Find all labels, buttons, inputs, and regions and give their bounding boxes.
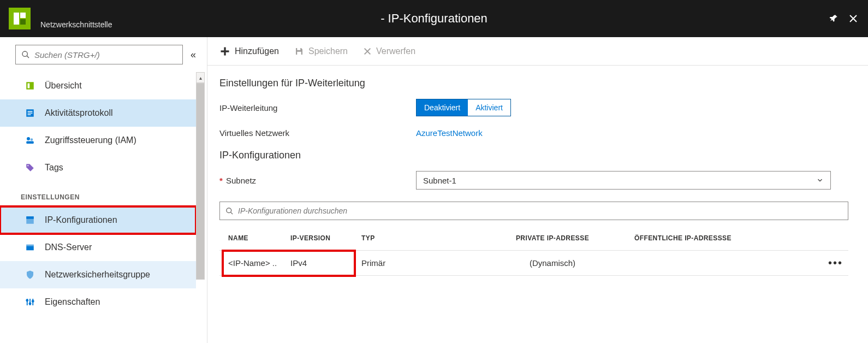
- activity-log-icon: [24, 108, 36, 118]
- svg-rect-28: [221, 50, 229, 52]
- save-button: Speichern: [294, 46, 348, 56]
- svg-point-33: [227, 208, 231, 212]
- top-bar: Netzwerkschnittstelle - IP-Konfiguration…: [0, 0, 868, 37]
- svg-rect-1: [20, 13, 26, 18]
- svg-rect-18: [26, 216, 34, 219]
- toggle-on-option[interactable]: Aktiviert: [468, 99, 510, 116]
- svg-rect-12: [28, 114, 31, 115]
- scroll-thumb[interactable]: [196, 83, 205, 280]
- sidebar-item-label: Netzwerksicherheitsgruppe: [45, 270, 150, 280]
- dns-icon: [24, 243, 36, 252]
- sidebar-item-overview[interactable]: Übersicht: [0, 72, 196, 99]
- sidebar-item-label: Aktivitätsprotokoll: [45, 108, 113, 118]
- col-ipv[interactable]: IP-VERSION: [290, 234, 361, 242]
- row-name: <IP-Name> ..: [219, 258, 290, 268]
- ip-fwd-label: IP-Weiterleitung: [219, 103, 416, 113]
- row-ipv: IPv4: [290, 258, 361, 268]
- ip-fwd-toggle[interactable]: Deaktiviert Aktiviert: [416, 99, 511, 116]
- subnet-label: * Subnetz: [219, 176, 416, 185]
- ipconf-table: NAME IP-VERSION TYP PRIVATE IP-ADRESSE Ö…: [219, 226, 848, 276]
- table-row[interactable]: <IP-Name> .. IPv4 Primär (Dynamisch) •••: [219, 251, 848, 276]
- sidebar-item-label: Übersicht: [45, 81, 82, 91]
- sidebar-item-nsg[interactable]: Netzwerksicherheitsgruppe: [0, 261, 196, 288]
- svg-rect-29: [297, 48, 300, 50]
- search-icon: [21, 50, 30, 59]
- page-title: - IP-Konfigurationen: [381, 11, 487, 26]
- subnet-value: Subnet-1: [423, 176, 456, 185]
- row-actions-icon[interactable]: •••: [816, 257, 848, 269]
- svg-point-5: [22, 51, 27, 56]
- vnet-label: Virtuelles Netzwerk: [219, 128, 416, 138]
- svg-rect-20: [26, 245, 34, 246]
- row-typ: Primär: [361, 258, 471, 268]
- svg-rect-7: [26, 82, 34, 90]
- discard-button-label: Verwerfen: [376, 46, 415, 56]
- svg-rect-8: [28, 84, 30, 88]
- svg-rect-2: [20, 19, 26, 25]
- sidebar-item-label: IP-Konfigurationen: [45, 215, 117, 225]
- iam-icon: [24, 135, 36, 145]
- search-icon: [225, 207, 234, 215]
- save-icon: [294, 46, 304, 56]
- sidebar-item-properties[interactable]: Eigenschaften: [0, 288, 196, 316]
- svg-rect-15: [26, 141, 34, 144]
- close-icon[interactable]: [848, 14, 858, 23]
- collapse-sidebar-button[interactable]: «: [188, 47, 198, 63]
- ip-conf-heading: IP-Konfigurationen: [219, 150, 848, 161]
- subnet-select[interactable]: Subnet-1: [416, 171, 831, 190]
- add-button[interactable]: Hinzufügen: [219, 46, 279, 57]
- sidebar-scrollbar[interactable]: ▴: [196, 72, 205, 343]
- add-button-label: Hinzufügen: [235, 46, 279, 56]
- svg-rect-30: [297, 51, 301, 54]
- sidebar-item-label: Tags: [45, 163, 63, 173]
- save-button-label: Speichern: [308, 46, 348, 56]
- col-typ[interactable]: TYP: [361, 234, 471, 242]
- col-priv[interactable]: PRIVATE IP-ADRESSE: [471, 234, 634, 242]
- breadcrumb-subtitle: Netzwerkschnittstelle: [40, 20, 112, 29]
- sidebar: « Übersicht Aktivitätsprotokoll: [0, 37, 207, 343]
- svg-rect-10: [28, 111, 33, 112]
- svg-point-13: [27, 137, 30, 140]
- sidebar-item-ip-configurations[interactable]: IP-Konfigurationen: [0, 206, 196, 234]
- sidebar-search-input[interactable]: [30, 50, 177, 60]
- sidebar-item-dns[interactable]: DNS-Server: [0, 234, 196, 261]
- svg-point-26: [32, 300, 34, 302]
- sidebar-item-tags[interactable]: Tags: [0, 154, 196, 181]
- overview-icon: [24, 81, 36, 91]
- toggle-off-option[interactable]: Deaktiviert: [417, 99, 468, 116]
- pin-icon[interactable]: [829, 14, 839, 23]
- ipconf-filter[interactable]: [219, 202, 848, 220]
- plus-icon: [219, 46, 230, 57]
- svg-point-14: [31, 138, 33, 141]
- col-pub[interactable]: ÖFFENTLICHE IP-ADRESSSE: [634, 234, 816, 242]
- properties-icon: [24, 297, 36, 307]
- sidebar-search[interactable]: [15, 45, 183, 64]
- col-name[interactable]: NAME: [219, 234, 290, 242]
- sidebar-item-activity-log[interactable]: Aktivitätsprotokoll: [0, 99, 196, 127]
- tag-icon: [24, 163, 36, 173]
- app-logo-icon: [9, 8, 31, 29]
- row-priv: (Dynamisch): [471, 258, 634, 268]
- discard-button: Verwerfen: [363, 46, 415, 56]
- svg-point-24: [26, 300, 28, 301]
- scroll-up-icon[interactable]: ▴: [196, 72, 205, 83]
- svg-point-16: [27, 165, 28, 166]
- sidebar-item-access-control[interactable]: Zugriffssteuerung (IAM): [0, 127, 196, 154]
- ip-config-icon: [24, 215, 36, 225]
- svg-line-6: [27, 56, 29, 58]
- discard-icon: [363, 47, 372, 56]
- sidebar-item-label: DNS-Server: [45, 243, 92, 252]
- svg-point-25: [29, 303, 31, 305]
- ipconf-filter-input[interactable]: [234, 206, 842, 215]
- ip-fwd-heading: Einstellungen für IP-Weiterleitung: [219, 78, 848, 89]
- shield-icon: [24, 270, 36, 280]
- sidebar-item-label: Eigenschaften: [45, 297, 100, 307]
- svg-rect-11: [28, 113, 33, 114]
- svg-line-34: [230, 212, 233, 214]
- sidebar-section-settings: EINSTELLUNGEN: [0, 181, 196, 206]
- chevron-down-icon: [816, 176, 824, 184]
- table-header: NAME IP-VERSION TYP PRIVATE IP-ADRESSE Ö…: [219, 226, 848, 251]
- svg-rect-0: [14, 13, 19, 25]
- content-toolbar: Hinzufügen Speichern Verwerfen: [207, 37, 868, 66]
- vnet-link[interactable]: AzureTestNetwork: [416, 128, 483, 138]
